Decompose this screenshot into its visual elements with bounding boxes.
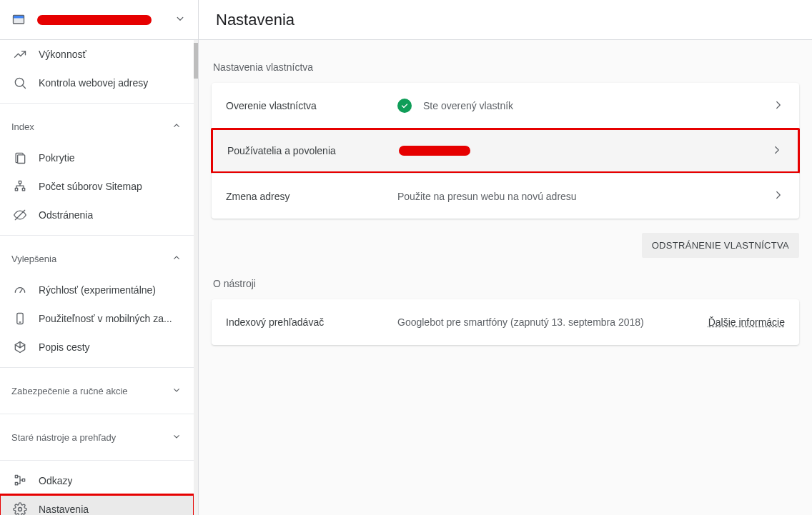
row-status: Použite na presun webu na novú adresu	[397, 191, 772, 202]
sidebar-item-label: Rýchlosť (experimentálne)	[39, 284, 156, 296]
chevron-down-icon	[174, 12, 187, 27]
svg-line-4	[22, 85, 25, 88]
mobile-icon	[11, 310, 29, 327]
row-title: Používatelia a povolenia	[227, 145, 399, 156]
group-label: Vylepšenia	[11, 254, 56, 264]
remove-ownership-row: ODSTRÁNENIE VLASTNÍCTVA	[212, 233, 799, 258]
main-header: Nastavenia	[199, 0, 812, 40]
remove-ownership-button[interactable]: ODSTRÁNENIE VLASTNÍCTVA	[642, 233, 799, 258]
chevron-down-icon	[171, 431, 182, 444]
sidebar-item-label: Výkonnosť	[39, 49, 86, 60]
chevron-right-icon	[772, 99, 785, 114]
section-label-ownership: Nastavenia vlastníctva	[213, 61, 798, 73]
sidebar-group-index[interactable]: Index	[0, 109, 194, 144]
redacted-property-name	[37, 15, 152, 25]
removals-icon	[11, 206, 29, 224]
row-crawler: Indexový prehľadávač Googlebot pre smart…	[212, 299, 799, 345]
links-icon	[11, 472, 29, 489]
page-title: Nastavenia	[216, 11, 294, 29]
chevron-right-icon	[771, 144, 783, 159]
row-ownership-verification[interactable]: Overenie vlastníctva Ste overený vlastní…	[212, 83, 799, 129]
sidebar-group-security[interactable]: Zabezpečenie a ručné akcie	[0, 374, 194, 408]
coverage-icon	[11, 149, 29, 166]
svg-line-11	[20, 289, 22, 292]
sidebar-nav: Výkonnosť Kontrola webovej adresy Index …	[0, 40, 198, 515]
divider	[0, 367, 194, 368]
crawler-value: Googlebot pre smartfóny (zapnutý 13. sep…	[397, 316, 644, 328]
row-users-permissions[interactable]: Používatelia a povolenia	[211, 128, 800, 174]
group-label: Staré nástroje a prehľady	[11, 432, 116, 443]
sitemap-icon	[11, 178, 29, 195]
breadcrumbs-icon	[11, 339, 29, 356]
sidebar-item-breadcrumbs[interactable]: Popis cesty	[0, 333, 194, 361]
performance-icon	[11, 46, 29, 63]
more-info-link[interactable]: Ďalšie informácie	[708, 316, 785, 328]
sidebar-item-label: Pokrytie	[39, 152, 75, 164]
divider	[0, 414, 194, 414]
row-title: Indexový prehľadávač	[226, 316, 397, 328]
property-selector[interactable]	[0, 0, 198, 40]
sidebar-item-removals[interactable]: Odstránenia	[0, 201, 194, 229]
row-title: Overenie vlastníctva	[226, 100, 397, 111]
divider	[0, 460, 194, 461]
sidebar-item-label: Kontrola webovej adresy	[39, 77, 148, 89]
sidebar: Výkonnosť Kontrola webovej adresy Index …	[0, 0, 199, 515]
row-address-change[interactable]: Zmena adresy Použite na presun webu na n…	[212, 173, 799, 219]
divider	[0, 103, 194, 104]
sidebar-item-label: Počet súborov Sitemap	[39, 181, 142, 192]
chevron-up-icon	[171, 120, 182, 134]
row-status	[399, 146, 771, 156]
site-icon	[11, 13, 26, 27]
chevron-down-icon	[171, 384, 182, 398]
sidebar-item-label: Odstránenia	[39, 209, 93, 221]
main: Nastavenia Nastavenia vlastníctva Overen…	[199, 0, 812, 515]
chevron-up-icon	[171, 252, 182, 266]
gear-icon	[11, 501, 29, 515]
status-text: Ste overený vlastník	[423, 100, 513, 111]
status-text: Použite na presun webu na novú adresu	[397, 191, 577, 202]
sidebar-group-legacy[interactable]: Staré nástroje a prehľady	[0, 420, 194, 454]
divider	[0, 235, 194, 236]
sidebar-item-links[interactable]: Odkazy	[0, 466, 194, 495]
about-card: Indexový prehľadávač Googlebot pre smart…	[212, 299, 799, 345]
sidebar-item-coverage[interactable]: Pokrytie	[0, 144, 194, 172]
group-label: Index	[11, 121, 34, 132]
speed-icon	[11, 281, 29, 299]
redacted-status	[399, 146, 470, 156]
svg-point-17	[19, 508, 22, 511]
group-label: Zabezpečenie a ručné akcie	[11, 386, 128, 396]
sidebar-item-settings[interactable]: Nastavenia	[0, 495, 194, 515]
sidebar-item-label: Nastavenia	[39, 504, 89, 515]
row-status: Googlebot pre smartfóny (zapnutý 13. sep…	[397, 316, 785, 328]
sidebar-item-url-inspection[interactable]: Kontrola webovej adresy	[0, 69, 194, 97]
sidebar-item-label: Použiteľnosť v mobilných za...	[39, 313, 172, 324]
sidebar-item-sitemaps[interactable]: Počet súborov Sitemap	[0, 172, 194, 201]
ownership-card: Overenie vlastníctva Ste overený vlastní…	[212, 83, 799, 219]
sidebar-item-speed[interactable]: Rýchlosť (experimentálne)	[0, 276, 194, 304]
section-label-about: O nástroji	[213, 278, 798, 289]
check-circle-icon	[397, 99, 412, 113]
sidebar-item-label: Odkazy	[39, 475, 72, 486]
sidebar-group-enhancements[interactable]: Vylepšenia	[0, 241, 194, 276]
svg-rect-6	[18, 155, 25, 164]
row-status: Ste overený vlastník	[397, 99, 772, 113]
search-icon	[11, 74, 29, 91]
row-title: Zmena adresy	[226, 191, 397, 202]
sidebar-item-label: Popis cesty	[39, 341, 90, 353]
main-body: Nastavenia vlastníctva Overenie vlastníc…	[199, 40, 812, 515]
sidebar-item-performance[interactable]: Výkonnosť	[0, 40, 194, 69]
sidebar-item-mobile[interactable]: Použiteľnosť v mobilných za...	[0, 304, 194, 333]
chevron-right-icon	[772, 189, 785, 204]
